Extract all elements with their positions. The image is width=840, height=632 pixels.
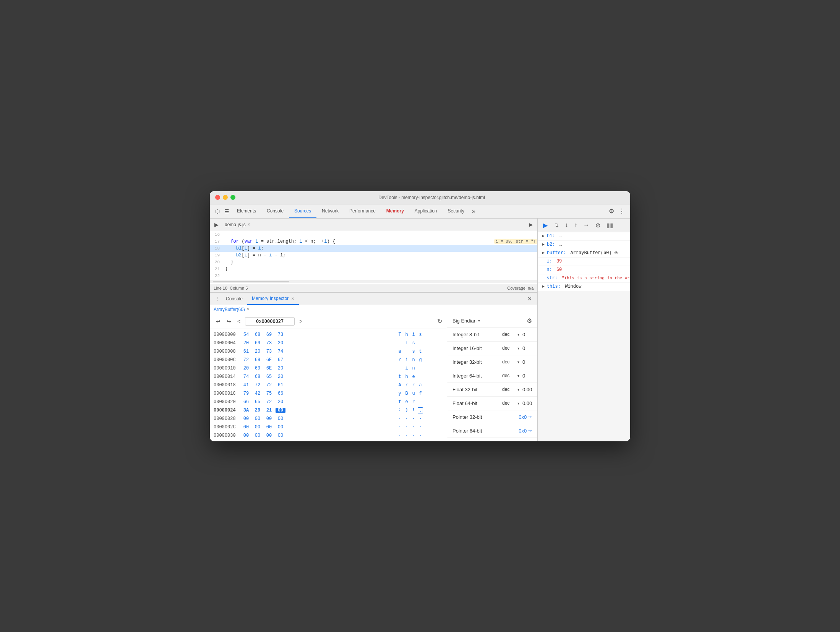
devtools-tab-bar: ⬡ ☰ Elements Console Sources Network Per…	[210, 204, 630, 219]
hex-value-container: ↩ ↪ < > ↻	[210, 314, 537, 441]
value-row-float64: Float 64-bit dec ▾ 0.00	[447, 397, 537, 410]
maximize-button[interactable]	[230, 195, 235, 200]
tab-console[interactable]: Console	[261, 204, 289, 218]
array-buffer-tab[interactable]: ArrayBuffer(60) ✕	[210, 305, 537, 314]
source-tab-close[interactable]: ✕	[247, 222, 250, 227]
endian-label: Big Endian	[452, 318, 477, 324]
endian-selector[interactable]: Big Endian ▾	[452, 318, 480, 324]
step-out-button[interactable]: ↑	[572, 220, 579, 230]
value-panel: Big Endian ▾ ⚙ Integer 8-bit dec ▾ 0	[447, 314, 537, 441]
tab-application[interactable]: Application	[409, 204, 443, 218]
tab-elements[interactable]: Elements	[232, 204, 261, 218]
left-column: ▶ demo-js.js ✕ ▶ 16 17 for (var i = str.…	[210, 219, 537, 441]
cursor-icon[interactable]: ⬡	[213, 205, 222, 217]
memory-inspector-close[interactable]: ✕	[291, 297, 294, 301]
bottom-tab-bar: ⋮ Console Memory Inspector ✕ ✕	[210, 293, 537, 305]
endian-dropdown-icon: ▾	[478, 319, 480, 323]
minimize-button[interactable]	[223, 195, 228, 200]
next-button[interactable]: >	[298, 318, 304, 325]
pointer-64-link[interactable]: 0x0 ➙	[519, 428, 532, 434]
code-line-18: 18 b1[i] = i;	[210, 245, 537, 252]
inline-debugger-value: i = 39, str = "T	[494, 239, 538, 244]
play-pause-icon[interactable]: ▶	[212, 219, 221, 231]
scope-row-buffer: ► buffer: ArrayBuffer(60) 👁	[538, 249, 630, 258]
hex-row-30: 00000030 00 00 00 00 ·	[210, 431, 447, 440]
more-options-icon[interactable]: ⋮	[616, 204, 627, 218]
pause-exceptions-button[interactable]: ▮▮	[604, 220, 616, 230]
pointer-32-link[interactable]: 0x0 ➙	[519, 414, 532, 420]
more-tabs-icon[interactable]: »	[470, 205, 478, 218]
scope-expand-b2[interactable]: ►	[542, 242, 545, 247]
hex-row-18: 00000018 41 72 72 61 A	[210, 381, 447, 389]
scope-row-b1: ► b1: …	[538, 232, 630, 241]
hex-row-24: 00000024 3A 29 21 00 :	[210, 406, 447, 415]
drawer-icon[interactable]: ☰	[222, 205, 232, 217]
scope-row-i: i: 39	[538, 258, 630, 266]
scope-expand-this[interactable]: ►	[542, 284, 545, 289]
scope-row-this: ► this: Window	[538, 283, 630, 291]
redo-button[interactable]: ↪	[225, 318, 233, 325]
debugger-toolbar: ▶ ↴ ↓ ↑ → ⊘ ▮▮	[538, 219, 630, 232]
traffic-lights	[215, 195, 235, 200]
memory-inspector-icon[interactable]: 👁	[614, 251, 618, 256]
tab-sources[interactable]: Sources	[289, 204, 316, 218]
scope-expand-buffer[interactable]: ►	[542, 251, 545, 255]
hex-navigation: ↩ ↪ < > ↻	[210, 314, 447, 329]
source-tab-bar: ▶ demo-js.js ✕ ▶	[210, 219, 537, 231]
hex-row-2c: 0000002C 00 00 00 00 ·	[210, 423, 447, 431]
bottom-panel-dots[interactable]: ⋮	[213, 293, 221, 304]
value-row-ptr64: Pointer 64-bit 0x0 ➙	[447, 424, 537, 438]
devtools-window: DevTools - memory-inspector.glitch.me/de…	[210, 191, 630, 441]
step-button[interactable]: →	[581, 220, 592, 230]
hex-row-28: 00000028 00 00 00 00 ·	[210, 415, 447, 423]
selected-byte[interactable]: 00	[276, 408, 285, 413]
bottom-panel-close[interactable]: ✕	[525, 293, 534, 304]
tab-memory[interactable]: Memory	[381, 204, 409, 218]
memory-inspector-content: ArrayBuffer(60) ✕ ↩ ↪ <	[210, 305, 537, 441]
hex-row-4: 00000004 20 69 73 20	[210, 339, 447, 347]
cursor-position: Line 18, Column 5	[214, 286, 248, 290]
run-snippet-icon[interactable]: ▶	[527, 220, 535, 229]
tab-console-bottom[interactable]: Console	[221, 293, 247, 305]
undo-button[interactable]: ↩	[214, 318, 222, 325]
code-editor: 16 17 for (var i = str.length; i < n; ++…	[210, 231, 537, 284]
code-line-20: 20 }	[210, 259, 537, 266]
code-line-17: 17 for (var i = str.length; i < n; ++i) …	[210, 238, 537, 245]
step-over-button[interactable]: ↴	[551, 220, 561, 230]
right-panel: ▶ ↴ ↓ ↑ → ⊘ ▮▮ ► b1: … ► b2:	[537, 219, 630, 441]
code-line-16: 16	[210, 231, 537, 238]
status-bar: Line 18, Column 5 Coverage: n/a	[210, 284, 537, 292]
title-bar: DevTools - memory-inspector.glitch.me/de…	[210, 191, 630, 204]
close-button[interactable]	[215, 195, 220, 200]
tab-performance[interactable]: Performance	[344, 204, 381, 218]
main-split: ▶ demo-js.js ✕ ▶ 16 17 for (var i = str.…	[210, 219, 630, 441]
tab-network[interactable]: Network	[316, 204, 344, 218]
deactivate-button[interactable]: ⊘	[593, 220, 603, 230]
hex-row-14: 00000014 74 68 65 20 t	[210, 373, 447, 381]
window-title: DevTools - memory-inspector.glitch.me/de…	[238, 195, 625, 200]
hex-row-c: 0000000C 72 69 6E 67 r	[210, 356, 447, 364]
hex-row-10: 00000010 20 69 6E 20	[210, 364, 447, 373]
prev-button[interactable]: <	[236, 318, 242, 325]
refresh-icon[interactable]: ↻	[437, 318, 442, 325]
scope-expand-b1[interactable]: ►	[542, 234, 545, 238]
code-line-19: 19 b2[i] = n - i - 1;	[210, 252, 537, 259]
value-row-float32: Float 32-bit dec ▾ 0.00	[447, 383, 537, 397]
settings-icon[interactable]: ⚙	[606, 204, 616, 218]
value-settings-icon[interactable]: ⚙	[527, 317, 532, 324]
hex-panel: ↩ ↪ < > ↻	[210, 314, 447, 441]
address-input[interactable]	[245, 317, 295, 326]
coverage-status: Coverage: n/a	[507, 286, 534, 290]
tab-memory-inspector[interactable]: Memory Inspector ✕	[247, 293, 299, 305]
source-file-tab[interactable]: demo-js.js ✕	[221, 220, 254, 230]
resume-button[interactable]: ▶	[541, 220, 550, 230]
scope-row-b2: ► b2: …	[538, 241, 630, 249]
hex-row-20: 00000020 66 65 72 20 f	[210, 398, 447, 406]
scope-row-str: str: "This is a string in the ArrayBuffe…	[538, 274, 630, 283]
code-line-21: 21 }	[210, 266, 537, 272]
array-buffer-close[interactable]: ✕	[246, 307, 250, 311]
tab-security[interactable]: Security	[443, 204, 470, 218]
hex-rows-container: 00000000 54 68 69 73 T	[210, 329, 447, 441]
code-line-22: 22	[210, 272, 537, 279]
step-into-button[interactable]: ↓	[563, 220, 570, 230]
